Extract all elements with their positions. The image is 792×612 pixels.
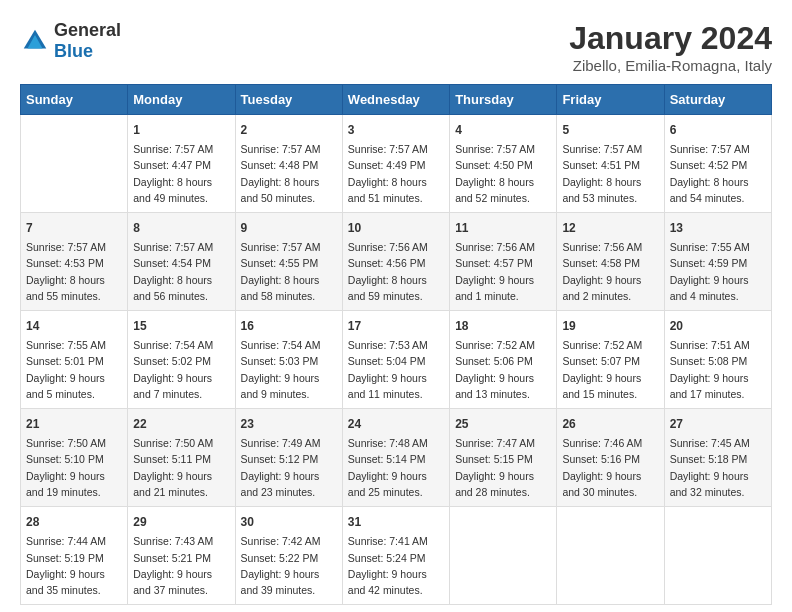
calendar-cell: 14Sunrise: 7:55 AMSunset: 5:01 PMDayligh…: [21, 311, 128, 409]
calendar-cell: 11Sunrise: 7:56 AMSunset: 4:57 PMDayligh…: [450, 213, 557, 311]
day-number: 12: [562, 219, 658, 237]
calendar-cell: 31Sunrise: 7:41 AMSunset: 5:24 PMDayligh…: [342, 507, 449, 605]
day-info: Sunrise: 7:53 AMSunset: 5:04 PMDaylight:…: [348, 337, 444, 402]
day-number: 27: [670, 415, 766, 433]
calendar-cell: [557, 507, 664, 605]
calendar-cell: 4Sunrise: 7:57 AMSunset: 4:50 PMDaylight…: [450, 115, 557, 213]
calendar-cell: [450, 507, 557, 605]
day-info: Sunrise: 7:57 AMSunset: 4:51 PMDaylight:…: [562, 141, 658, 206]
weekday-header: Sunday: [21, 85, 128, 115]
calendar-cell: 13Sunrise: 7:55 AMSunset: 4:59 PMDayligh…: [664, 213, 771, 311]
day-number: 24: [348, 415, 444, 433]
calendar-cell: 15Sunrise: 7:54 AMSunset: 5:02 PMDayligh…: [128, 311, 235, 409]
day-number: 31: [348, 513, 444, 531]
day-info: Sunrise: 7:56 AMSunset: 4:58 PMDaylight:…: [562, 239, 658, 304]
calendar-cell: 5Sunrise: 7:57 AMSunset: 4:51 PMDaylight…: [557, 115, 664, 213]
day-number: 14: [26, 317, 122, 335]
day-info: Sunrise: 7:55 AMSunset: 4:59 PMDaylight:…: [670, 239, 766, 304]
calendar-cell: 30Sunrise: 7:42 AMSunset: 5:22 PMDayligh…: [235, 507, 342, 605]
day-info: Sunrise: 7:44 AMSunset: 5:19 PMDaylight:…: [26, 533, 122, 598]
day-number: 25: [455, 415, 551, 433]
title-area: January 2024 Zibello, Emilia-Romagna, It…: [569, 20, 772, 74]
calendar-cell: 1Sunrise: 7:57 AMSunset: 4:47 PMDaylight…: [128, 115, 235, 213]
day-number: 29: [133, 513, 229, 531]
logo-blue: Blue: [54, 41, 93, 61]
day-number: 13: [670, 219, 766, 237]
day-info: Sunrise: 7:57 AMSunset: 4:54 PMDaylight:…: [133, 239, 229, 304]
day-number: 8: [133, 219, 229, 237]
day-info: Sunrise: 7:50 AMSunset: 5:11 PMDaylight:…: [133, 435, 229, 500]
logo-general: General: [54, 20, 121, 40]
weekday-header: Thursday: [450, 85, 557, 115]
calendar-body: 1Sunrise: 7:57 AMSunset: 4:47 PMDaylight…: [21, 115, 772, 605]
day-info: Sunrise: 7:57 AMSunset: 4:50 PMDaylight:…: [455, 141, 551, 206]
calendar-cell: 23Sunrise: 7:49 AMSunset: 5:12 PMDayligh…: [235, 409, 342, 507]
day-info: Sunrise: 7:52 AMSunset: 5:07 PMDaylight:…: [562, 337, 658, 402]
header: General Blue January 2024 Zibello, Emili…: [20, 20, 772, 74]
weekday-header: Tuesday: [235, 85, 342, 115]
weekday-header: Saturday: [664, 85, 771, 115]
calendar-cell: 16Sunrise: 7:54 AMSunset: 5:03 PMDayligh…: [235, 311, 342, 409]
day-info: Sunrise: 7:57 AMSunset: 4:52 PMDaylight:…: [670, 141, 766, 206]
day-info: Sunrise: 7:45 AMSunset: 5:18 PMDaylight:…: [670, 435, 766, 500]
page-title: January 2024: [569, 20, 772, 57]
logo-text: General Blue: [54, 20, 121, 62]
page-subtitle: Zibello, Emilia-Romagna, Italy: [569, 57, 772, 74]
calendar-cell: [21, 115, 128, 213]
day-number: 6: [670, 121, 766, 139]
day-number: 11: [455, 219, 551, 237]
calendar-cell: 17Sunrise: 7:53 AMSunset: 5:04 PMDayligh…: [342, 311, 449, 409]
calendar-cell: 3Sunrise: 7:57 AMSunset: 4:49 PMDaylight…: [342, 115, 449, 213]
day-number: 15: [133, 317, 229, 335]
day-info: Sunrise: 7:54 AMSunset: 5:02 PMDaylight:…: [133, 337, 229, 402]
calendar-week-row: 14Sunrise: 7:55 AMSunset: 5:01 PMDayligh…: [21, 311, 772, 409]
day-info: Sunrise: 7:46 AMSunset: 5:16 PMDaylight:…: [562, 435, 658, 500]
day-info: Sunrise: 7:51 AMSunset: 5:08 PMDaylight:…: [670, 337, 766, 402]
calendar-cell: 29Sunrise: 7:43 AMSunset: 5:21 PMDayligh…: [128, 507, 235, 605]
day-number: 10: [348, 219, 444, 237]
calendar-cell: [664, 507, 771, 605]
day-info: Sunrise: 7:57 AMSunset: 4:49 PMDaylight:…: [348, 141, 444, 206]
day-info: Sunrise: 7:57 AMSunset: 4:55 PMDaylight:…: [241, 239, 337, 304]
day-info: Sunrise: 7:50 AMSunset: 5:10 PMDaylight:…: [26, 435, 122, 500]
day-info: Sunrise: 7:47 AMSunset: 5:15 PMDaylight:…: [455, 435, 551, 500]
calendar-cell: 26Sunrise: 7:46 AMSunset: 5:16 PMDayligh…: [557, 409, 664, 507]
day-number: 28: [26, 513, 122, 531]
calendar-cell: 28Sunrise: 7:44 AMSunset: 5:19 PMDayligh…: [21, 507, 128, 605]
calendar-cell: 20Sunrise: 7:51 AMSunset: 5:08 PMDayligh…: [664, 311, 771, 409]
day-number: 2: [241, 121, 337, 139]
weekday-header: Wednesday: [342, 85, 449, 115]
day-info: Sunrise: 7:57 AMSunset: 4:47 PMDaylight:…: [133, 141, 229, 206]
day-number: 9: [241, 219, 337, 237]
calendar-table: SundayMondayTuesdayWednesdayThursdayFrid…: [20, 84, 772, 605]
day-number: 4: [455, 121, 551, 139]
logo-icon: [20, 26, 50, 56]
weekday-header: Monday: [128, 85, 235, 115]
day-info: Sunrise: 7:41 AMSunset: 5:24 PMDaylight:…: [348, 533, 444, 598]
calendar-cell: 18Sunrise: 7:52 AMSunset: 5:06 PMDayligh…: [450, 311, 557, 409]
calendar-week-row: 7Sunrise: 7:57 AMSunset: 4:53 PMDaylight…: [21, 213, 772, 311]
day-number: 22: [133, 415, 229, 433]
calendar-cell: 12Sunrise: 7:56 AMSunset: 4:58 PMDayligh…: [557, 213, 664, 311]
calendar-cell: 27Sunrise: 7:45 AMSunset: 5:18 PMDayligh…: [664, 409, 771, 507]
calendar-cell: 24Sunrise: 7:48 AMSunset: 5:14 PMDayligh…: [342, 409, 449, 507]
day-number: 5: [562, 121, 658, 139]
calendar-header: SundayMondayTuesdayWednesdayThursdayFrid…: [21, 85, 772, 115]
day-info: Sunrise: 7:55 AMSunset: 5:01 PMDaylight:…: [26, 337, 122, 402]
day-number: 21: [26, 415, 122, 433]
day-number: 3: [348, 121, 444, 139]
logo: General Blue: [20, 20, 121, 62]
day-number: 1: [133, 121, 229, 139]
day-info: Sunrise: 7:56 AMSunset: 4:57 PMDaylight:…: [455, 239, 551, 304]
day-info: Sunrise: 7:48 AMSunset: 5:14 PMDaylight:…: [348, 435, 444, 500]
calendar-cell: 6Sunrise: 7:57 AMSunset: 4:52 PMDaylight…: [664, 115, 771, 213]
day-number: 18: [455, 317, 551, 335]
calendar-week-row: 28Sunrise: 7:44 AMSunset: 5:19 PMDayligh…: [21, 507, 772, 605]
day-info: Sunrise: 7:56 AMSunset: 4:56 PMDaylight:…: [348, 239, 444, 304]
day-number: 26: [562, 415, 658, 433]
day-number: 16: [241, 317, 337, 335]
day-info: Sunrise: 7:42 AMSunset: 5:22 PMDaylight:…: [241, 533, 337, 598]
weekday-header: Friday: [557, 85, 664, 115]
day-info: Sunrise: 7:54 AMSunset: 5:03 PMDaylight:…: [241, 337, 337, 402]
calendar-cell: 25Sunrise: 7:47 AMSunset: 5:15 PMDayligh…: [450, 409, 557, 507]
